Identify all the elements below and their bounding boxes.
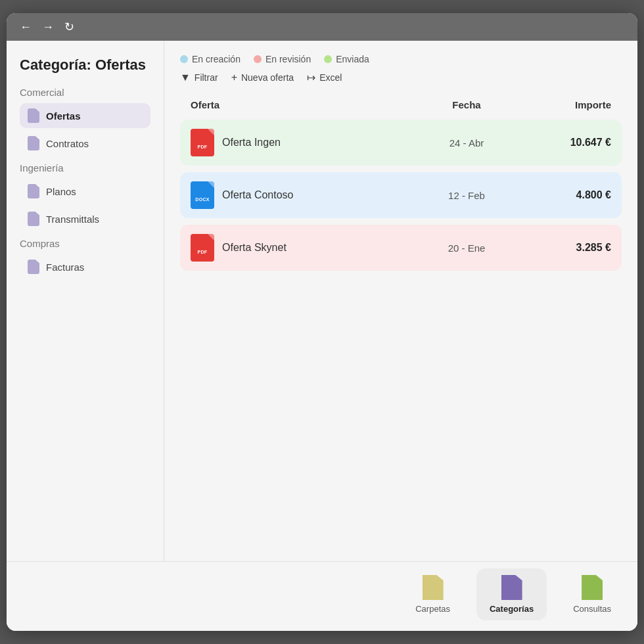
col-header-oferta: Oferta [191,99,414,110]
document-icon [28,260,39,274]
cell-oferta: PDFOferta Skynet [191,234,414,262]
cell-importe: 10.647 € [519,137,611,149]
bottom-nav-consultas[interactable]: Consultas [560,568,624,620]
bottom-nav-label: Carpetas [415,604,450,614]
col-header-fecha: Fecha [414,99,519,110]
document-icon [28,136,39,150]
legend: En creaciónEn revisiónEnviada [180,54,622,64]
document-icon [28,108,39,123]
cell-fecha: 24 - Abr [414,137,519,149]
cell-oferta: PDFOferta Ingen [191,129,414,156]
file-icon-pdf: PDF [191,129,214,156]
legend-label: En revisión [265,54,311,64]
offer-name: Oferta Ingen [222,137,281,149]
bottom-nav-label: Categorías [490,604,534,614]
sidebar-item-facturas[interactable]: Facturas [20,254,150,279]
filter-button[interactable]: ▼Filtrar [180,72,218,83]
excel-button-label: Excel [319,72,342,83]
sidebar-item-contratos[interactable]: Contratos [20,131,150,156]
new-offer-button-icon: + [231,72,237,83]
filter-button-icon: ▼ [180,72,191,83]
main-content: Categoría: Ofertas ComercialOfertasContr… [7,41,637,561]
cell-oferta: DOCXOferta Contoso [191,181,414,209]
legend-item: En creación [180,54,241,64]
titlebar: ← → ↻ [7,13,637,41]
sidebar-item-transmittals[interactable]: Transmittals [20,206,150,231]
legend-dot [254,55,262,63]
sidebar-item-label: Facturas [46,262,84,273]
sidebar-item-planos[interactable]: Planos [20,179,150,204]
refresh-button[interactable]: ↻ [64,21,74,33]
bottom-nav-categorias[interactable]: Categorías [476,568,547,620]
carpetas-icon [423,575,444,600]
consultas-icon [582,575,603,600]
forward-button[interactable]: → [42,21,54,33]
col-header-importe: Importe [519,99,611,110]
cell-importe: 3.285 € [519,242,611,254]
table-header: Oferta Fecha Importe [180,94,622,116]
bottom-nav: CarpetasCategoríasConsultas [7,561,637,631]
sidebar-item-label: Transmittals [46,214,99,225]
offer-name: Oferta Skynet [222,242,287,254]
categorias-icon [501,575,522,600]
legend-dot [180,55,188,63]
excel-button[interactable]: ↦Excel [307,71,342,83]
table-row[interactable]: DOCXOferta Contoso12 - Feb4.800 € [180,172,622,218]
sidebar: Categoría: Ofertas ComercialOfertasContr… [7,41,164,561]
page-title: Categoría: Ofertas [20,57,150,74]
sidebar-item-label: Contratos [46,138,89,149]
cell-importe: 4.800 € [519,189,611,201]
sidebar-item-label: Ofertas [46,110,81,122]
legend-label: Enviada [336,54,369,64]
file-icon-docx: DOCX [191,181,214,209]
new-offer-button-label: Nueva oferta [241,72,294,83]
offer-name: Oferta Contoso [222,189,294,201]
document-icon [28,184,39,198]
bottom-nav-carpetas[interactable]: Carpetas [402,568,463,620]
document-icon [28,212,39,226]
toolbar: ▼Filtrar+Nueva oferta↦Excel [180,71,622,83]
back-button[interactable]: ← [20,21,32,33]
cell-fecha: 12 - Feb [414,190,519,201]
legend-label: En creación [192,54,241,64]
table-row[interactable]: PDFOferta Skynet20 - Ene3.285 € [180,225,622,271]
cell-fecha: 20 - Ene [414,242,519,254]
legend-item: En revisión [254,54,311,64]
sidebar-section-label: Ingeniería [20,162,150,173]
new-offer-button[interactable]: +Nueva oferta [231,72,294,83]
sidebar-section-label: Compras [20,238,150,249]
excel-button-icon: ↦ [307,71,315,83]
sidebar-section-label: Comercial [20,87,150,98]
sidebar-item-ofertas[interactable]: Ofertas [20,103,150,128]
table-row[interactable]: PDFOferta Ingen24 - Abr10.647 € [180,120,622,166]
app-window: ← → ↻ Categoría: Ofertas ComercialOferta… [7,13,637,631]
main-panel: En creaciónEn revisiónEnviada ▼Filtrar+N… [164,41,637,561]
file-icon-pdf: PDF [191,234,214,262]
table-body: PDFOferta Ingen24 - Abr10.647 €DOCXOfert… [180,120,622,277]
sidebar-item-label: Planos [46,186,76,197]
bottom-nav-label: Consultas [573,604,611,614]
legend-dot [324,55,332,63]
legend-item: Enviada [324,54,369,64]
filter-button-label: Filtrar [195,72,218,83]
